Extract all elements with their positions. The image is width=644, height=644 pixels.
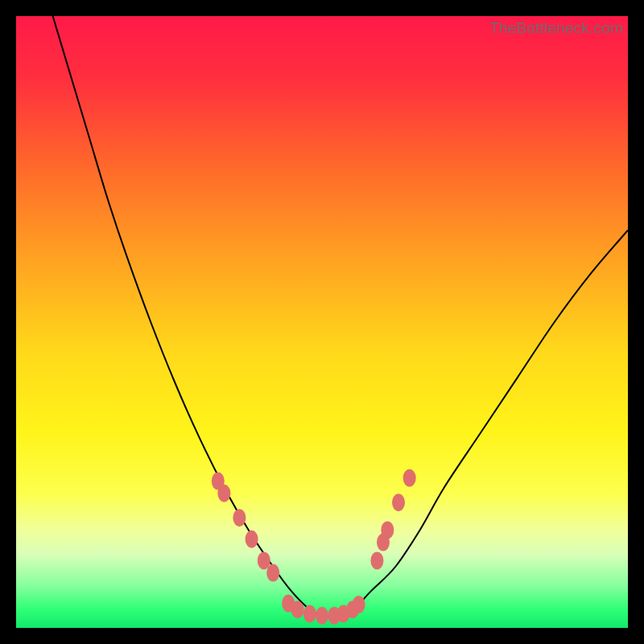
bottleneck-chart [16, 16, 628, 628]
data-marker [316, 607, 328, 625]
data-marker [381, 521, 394, 539]
data-marker [392, 493, 405, 511]
chart-frame: TheBottleneck.com [16, 16, 628, 628]
data-marker [246, 530, 258, 548]
data-marker [217, 485, 230, 502]
data-marker [403, 469, 416, 487]
data-marker [266, 564, 279, 582]
gradient-background [16, 16, 628, 628]
data-marker [233, 509, 246, 526]
watermark-text: TheBottleneck.com [489, 19, 623, 37]
data-marker [353, 596, 365, 613]
data-marker [291, 601, 304, 618]
data-marker [370, 551, 383, 569]
data-marker [303, 605, 316, 623]
